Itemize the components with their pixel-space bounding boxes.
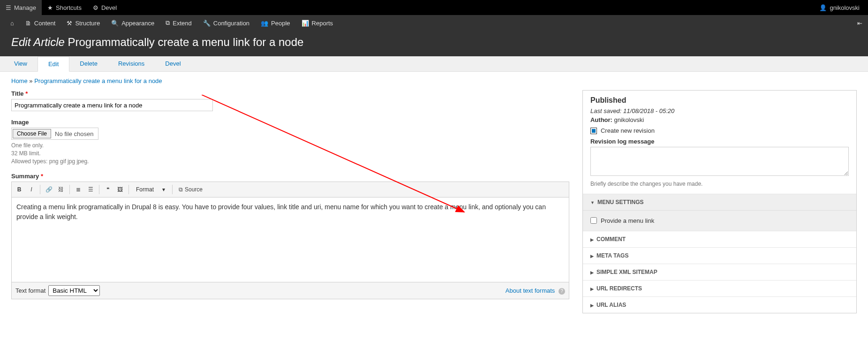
appearance-icon: 🔍 <box>111 20 119 27</box>
menu-settings-label: MENU SETTINGS <box>597 199 644 205</box>
bullet-list-icon: ≣ <box>76 186 81 193</box>
chevron-right-icon <box>590 285 594 292</box>
meta-tags-label: META TAGS <box>596 252 628 259</box>
toolbar-separator <box>69 185 70 194</box>
tab-view[interactable]: View <box>4 56 38 71</box>
configuration-link[interactable]: 🔧 Configuration <box>197 15 255 31</box>
author-value: gnikolovski <box>614 116 644 123</box>
chevron-right-icon <box>590 236 594 243</box>
choose-file-button[interactable]: Choose File <box>13 129 51 138</box>
provide-menu-link-checkbox[interactable] <box>590 217 597 224</box>
chevron-right-icon <box>590 269 594 275</box>
url-redirects-label: URL REDIRECTS <box>596 285 642 292</box>
blockquote-button[interactable]: ❝ <box>102 184 113 195</box>
comment-summary[interactable]: COMMENT <box>583 231 856 247</box>
xml-sitemap-summary[interactable]: SIMPLE XML SITEMAP <box>583 264 856 280</box>
create-revision-checkbox[interactable] <box>590 128 597 134</box>
revision-log-label: Revision log message <box>590 138 849 145</box>
toolbar-separator <box>128 185 129 194</box>
url-redirects-summary[interactable]: URL REDIRECTS <box>583 281 856 296</box>
author-label: Author: <box>590 116 612 123</box>
toolbar-separator <box>99 185 99 194</box>
meta-tags-details: META TAGS <box>583 248 856 264</box>
format-dropdown[interactable]: Format ▾ <box>132 185 169 194</box>
text-format-label: Text format <box>15 287 45 294</box>
file-status-text: No file chosen <box>51 130 97 137</box>
page-title-bar: Edit Article Programmatically create a m… <box>0 31 868 56</box>
breadcrumb-home[interactable]: Home <box>11 77 28 84</box>
about-text-formats-link[interactable]: About text formats ? <box>506 287 565 295</box>
title-label: Title * <box>11 90 569 97</box>
bold-button[interactable]: B <box>14 184 25 195</box>
sidebar-meta: Published Last saved: 11/08/2018 - 05:20… <box>583 91 856 194</box>
chevron-right-icon <box>590 302 594 308</box>
number-list-button[interactable]: ☰ <box>85 184 96 195</box>
format-label: Format <box>136 186 154 193</box>
chevron-right-icon <box>590 252 594 259</box>
italic-button[interactable]: I <box>26 184 37 195</box>
title-label-text: Title <box>11 90 24 97</box>
page-title-prefix: Edit Article <box>11 36 65 48</box>
create-revision-label: Create new revision <box>601 127 655 134</box>
manage-label: Manage <box>14 4 36 11</box>
meta-tags-summary[interactable]: META TAGS <box>583 248 856 264</box>
user-label: gnikolovski <box>830 4 860 11</box>
bullet-list-button[interactable]: ≣ <box>73 184 84 195</box>
admin-toolbar-top: ☰ Manage ★ Shortcuts ⚙ Devel 👤 gnikolovs… <box>0 0 868 15</box>
tab-revisions[interactable]: Revisions <box>108 56 155 71</box>
extend-link[interactable]: ⧉ Extend <box>160 15 197 31</box>
user-icon: 👤 <box>819 4 827 11</box>
form-main: Title * Image Choose File No file chosen… <box>11 90 569 313</box>
page-title-text: Programmatically create a menu link for … <box>68 36 303 48</box>
collapse-toolbar[interactable]: ⇤ <box>857 20 868 27</box>
text-format-select[interactable]: Basic HTML <box>48 285 100 296</box>
xml-sitemap-details: SIMPLE XML SITEMAP <box>583 264 856 281</box>
manage-menu[interactable]: ☰ Manage <box>0 0 42 15</box>
structure-icon: ⚒ <box>67 20 72 27</box>
url-alias-label: URL ALIAS <box>596 302 626 308</box>
people-link[interactable]: 👥 People <box>255 15 295 31</box>
menu-settings-content: Provide a menu link <box>583 210 856 231</box>
unlink-button[interactable]: ⛓ <box>55 184 67 195</box>
shortcuts-label: Shortcuts <box>56 4 82 11</box>
menu-settings-summary[interactable]: MENU SETTINGS <box>583 194 856 210</box>
devel-menu[interactable]: ⚙ Devel <box>87 0 122 15</box>
title-input[interactable] <box>11 99 213 111</box>
last-saved: Last saved: 11/08/2018 - 05:20 <box>590 107 849 114</box>
hamburger-icon: ☰ <box>6 4 11 11</box>
revision-log-textarea[interactable] <box>590 147 849 176</box>
structure-link[interactable]: ⚒ Structure <box>61 15 106 31</box>
summary-textarea[interactable]: Creating a menu link programatically in … <box>12 197 569 282</box>
source-icon: ⧉ <box>179 186 183 193</box>
tab-delete[interactable]: Delete <box>69 56 108 71</box>
image-button[interactable]: 🖼 <box>114 184 126 195</box>
help-icon: ? <box>559 288 565 295</box>
url-alias-summary[interactable]: URL ALIAS <box>583 297 856 313</box>
create-revision-row: Create new revision <box>590 127 849 134</box>
text-format-row: Text format Basic HTML About text format… <box>11 282 569 299</box>
about-formats-label: About text formats <box>506 287 555 294</box>
reports-label: Reports <box>312 20 333 27</box>
link-button[interactable]: 🔗 <box>43 184 54 195</box>
reports-link[interactable]: 📊 Reports <box>296 15 339 31</box>
toolbar-separator <box>40 185 40 194</box>
provide-menu-link-label: Provide a menu link <box>601 217 654 224</box>
extend-icon: ⧉ <box>166 19 170 27</box>
content-link[interactable]: 🗎 Content <box>20 15 61 31</box>
number-list-icon: ☰ <box>88 186 93 193</box>
shortcuts-menu[interactable]: ★ Shortcuts <box>42 0 87 15</box>
content-icon: 🗎 <box>25 20 31 27</box>
home-link[interactable]: ⌂ <box>5 15 20 31</box>
user-menu[interactable]: 👤 gnikolovski <box>819 4 868 11</box>
gear-icon: ⚙ <box>93 4 98 11</box>
appearance-link[interactable]: 🔍 Appearance <box>106 15 160 31</box>
image-label: Image <box>11 119 569 126</box>
provide-menu-link-row: Provide a menu link <box>590 217 849 224</box>
source-button[interactable]: ⧉ Source <box>175 184 206 195</box>
summary-label: Summary * <box>11 173 569 180</box>
extend-label: Extend <box>173 20 191 27</box>
breadcrumb-current[interactable]: Programmatically create a menu link for … <box>34 77 162 84</box>
source-label: Source <box>185 186 203 193</box>
tab-devel[interactable]: Devel <box>155 56 191 71</box>
tab-edit[interactable]: Edit <box>38 56 69 72</box>
